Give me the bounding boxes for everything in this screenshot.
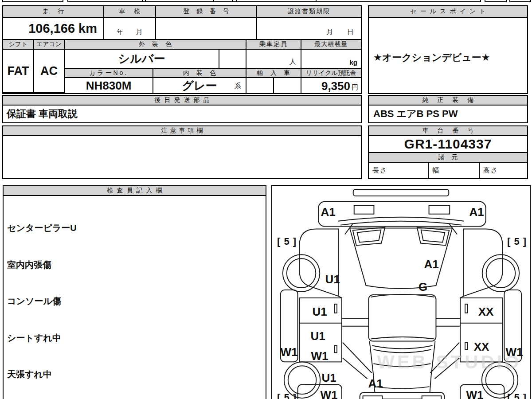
- shift-value: FAT: [3, 50, 34, 93]
- sales-points-panel: セールスポイント ★オークションデビュー★ バックモニター E T C: [368, 5, 528, 94]
- mileage-value: 106,166 km: [3, 18, 104, 40]
- specs-header: 諸 元: [369, 153, 527, 163]
- damage-code-G: G: [419, 280, 427, 294]
- damage-code-A1: A1: [368, 377, 383, 391]
- shaken-year-label: 年: [117, 28, 124, 36]
- inspector-note-line: 天張すれ中: [7, 368, 262, 381]
- damage-code-XX: XX: [474, 340, 489, 354]
- damage-code-W1: W1: [281, 345, 298, 359]
- caution-header: 注意事項欄: [3, 126, 361, 136]
- inspector-note-line: シートすれ中: [7, 332, 262, 344]
- damage-code-W1: W1: [506, 345, 523, 359]
- capacity-value: 人: [246, 50, 301, 69]
- vehicle-info-table: 走 行 車 検 登 録 番 号 譲渡書類期限 106,166 km 年 月 月 …: [2, 5, 362, 94]
- color-no-header: カラーNo.: [65, 69, 153, 78]
- max-load-unit: kg: [349, 59, 357, 66]
- damage-code-5: [ 5 ]: [507, 392, 527, 399]
- chassis-specs-panel: 車 台 番 号 GR1-1104337 諸 元 長さ 幅 高さ: [368, 125, 528, 179]
- inspector-notes-header: 検査員記入欄: [4, 186, 266, 196]
- import-car-header: 輸 入 車: [246, 69, 301, 78]
- inspector-note-line: センターピラーU: [7, 222, 262, 235]
- import-car-sub-cell: [274, 78, 301, 93]
- damage-code-5: [ 5 ]: [277, 236, 297, 247]
- shaken-month-label: 月: [136, 28, 143, 36]
- car-diagram-panel: WEB STUDIO PRO A1A1[ 5 ][ 5 ]U1A1GU1XXU1…: [271, 185, 531, 399]
- interior-color-text: グレー: [182, 78, 217, 94]
- sales-point-line: ★オークションデビュー★: [373, 50, 523, 65]
- damage-code-U1: U1: [310, 329, 325, 343]
- cutoff-cell: [67, 0, 481, 2]
- damage-code-W1: W1: [466, 388, 484, 399]
- aircon-value: AC: [34, 50, 65, 93]
- interior-color-suffix: 系: [235, 82, 241, 90]
- mileage-header: 走 行: [3, 6, 104, 18]
- inspector-notes-panel: 検査員記入欄 センターピラーU 室内内張傷 コンソール傷 シートすれ中 天張すれ…: [3, 185, 266, 399]
- damage-code-XX: XX: [478, 305, 494, 319]
- aircon-header: エアコン: [34, 40, 65, 50]
- transfer-deadline-header: 譲渡書類期限: [257, 6, 361, 18]
- transfer-day-label: 日: [347, 28, 354, 36]
- later-parts-panel: 後日発送部品 保証書 車両取説: [2, 95, 362, 123]
- capacity-unit: 人: [289, 58, 296, 66]
- max-load-value: kg: [301, 50, 361, 69]
- caution-panel: 注意事項欄: [2, 125, 362, 179]
- caution-body: [3, 136, 361, 178]
- damage-code-U1: U1: [321, 371, 336, 385]
- capacity-header: 乗車定員: [246, 40, 301, 50]
- diagram-code-layer: A1A1[ 5 ][ 5 ]U1A1GU1XXU1W1XXW1W1U1A1W1W…: [272, 186, 530, 399]
- cutoff-cell: [485, 0, 507, 2]
- damage-code-W1: W1: [311, 349, 329, 363]
- damage-code-A1: A1: [424, 258, 438, 271]
- transfer-month-label: 月: [326, 28, 333, 36]
- sales-points-body: ★オークションデビュー★ バックモニター E T C: [369, 18, 527, 93]
- cutoff-cell: [509, 0, 531, 2]
- interior-color-value: グレー 系: [153, 78, 246, 93]
- transfer-deadline-value: 月 日: [257, 18, 361, 40]
- damage-code-5: [ 5 ]: [507, 236, 527, 247]
- damage-code-A1: A1: [469, 205, 484, 219]
- chassis-no-header: 車 台 番 号: [369, 126, 527, 136]
- damage-code-U1: U1: [312, 305, 327, 319]
- exterior-color-header: 外 装 色: [65, 40, 246, 50]
- recycle-deposit-value: 9,350 円: [301, 78, 361, 93]
- registration-header: 登 録 番 号: [156, 6, 257, 18]
- shaken-value: 年 月: [104, 18, 156, 40]
- cutoff-cell: [2, 0, 63, 2]
- color-no-value: NH830M: [65, 78, 153, 93]
- auction-sheet: 走 行 車 検 登 録 番 号 譲渡書類期限 106,166 km 年 月 月 …: [0, 0, 532, 399]
- spec-height-label: 高さ: [480, 163, 527, 178]
- later-parts-header: 後日発送部品: [3, 96, 361, 106]
- registration-value: [156, 18, 257, 40]
- spec-length-label: 長さ: [369, 163, 429, 178]
- inspector-note-line: コンソール傷: [7, 295, 262, 308]
- damage-code-A1: A1: [321, 205, 335, 219]
- shaken-header: 車 検: [104, 6, 156, 18]
- damage-code-5: [ 5 ]: [277, 392, 297, 399]
- spec-width-label: 幅: [429, 163, 480, 178]
- recycle-deposit-unit: 円: [352, 83, 358, 92]
- import-car-value: [246, 78, 274, 93]
- shift-header: シフト: [3, 40, 34, 50]
- chassis-no-value: GR1-1104337: [369, 136, 527, 153]
- inspector-note-line: 室内内張傷: [7, 259, 262, 271]
- damage-code-U1: U1: [325, 273, 340, 286]
- later-parts-value: 保証書 車両取説: [3, 106, 361, 122]
- recycle-deposit-amount: 9,350: [321, 80, 350, 92]
- exterior-color-sub-cell: [219, 50, 246, 69]
- recycle-deposit-header: リサイクル預託金: [301, 69, 361, 78]
- genuine-equipment-header: 純 正 装 備: [369, 96, 527, 106]
- sales-points-header: セールスポイント: [369, 6, 527, 18]
- damage-code-W1: W1: [321, 388, 338, 399]
- max-load-header: 最大積載量: [301, 40, 361, 50]
- genuine-equipment-value: ABS エアB PS PW: [369, 106, 527, 122]
- genuine-equipment-panel: 純 正 装 備 ABS エアB PS PW: [368, 95, 528, 123]
- exterior-color-value: シルバー: [65, 50, 219, 69]
- inspector-notes-body: センターピラーU 室内内張傷 コンソール傷 シートすれ中 天張すれ中 外装小傷有…: [4, 196, 266, 399]
- interior-color-header: 内 装 色: [153, 69, 246, 78]
